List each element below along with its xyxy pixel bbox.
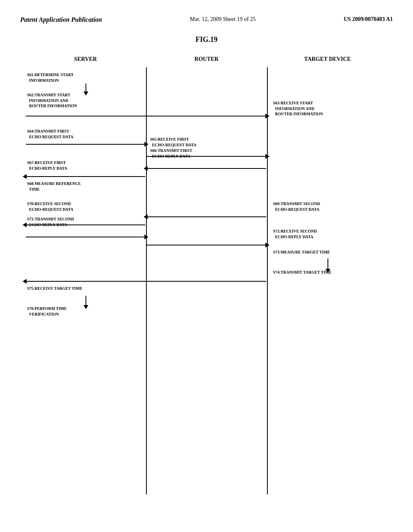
arrow-s71-head bbox=[144, 235, 148, 239]
step-s67: S67:RECEIVE FIRST ECHO-REPLY DATA bbox=[27, 160, 67, 171]
page: Patent Application Publication Mar. 12, … bbox=[0, 0, 413, 532]
varrow-s61-s62 bbox=[83, 91, 88, 96]
step-s61: S61:DETERMINE START INFORMATION bbox=[27, 72, 73, 83]
step-s66: S66:TRANSMIT FIRST ECHO-REPLY DATA bbox=[150, 148, 192, 159]
diagram: SERVER ROUTER TARGET DEVICE S61:DETERMIN… bbox=[25, 56, 388, 499]
arrow-s66 bbox=[147, 168, 266, 169]
arrow-s72 bbox=[147, 245, 266, 245]
step-s65: S65:RECEIVE FIRST ECHO-REQUEST DATA bbox=[150, 137, 196, 148]
col-router: ROUTER bbox=[146, 56, 267, 62]
arrow-s62-head bbox=[265, 114, 269, 118]
arrow-s64 bbox=[26, 144, 145, 145]
step-s70: S70:RECEIVE SECOND ECHO-REQUEST DATA bbox=[27, 201, 73, 212]
line-router-target bbox=[267, 67, 268, 495]
step-s69: S69:TRANSMIT SECOND ECHO-REQUEST DATA bbox=[273, 201, 320, 212]
arrow-s67 bbox=[26, 176, 145, 177]
arrow-s64-head bbox=[144, 142, 148, 147]
step-s75: S75:RECEIVE TARGET TIME bbox=[27, 286, 82, 291]
step-s74: S74:TRANSMIT TARGET TIME bbox=[273, 270, 332, 275]
arrow-s65-head bbox=[265, 154, 269, 159]
step-s76: S76:PERFORM TIME VERIFICATION bbox=[27, 306, 67, 317]
varrow-s75-s76 bbox=[83, 305, 88, 309]
arrow-s67-head bbox=[23, 174, 27, 179]
header: Patent Application Publication Mar. 12, … bbox=[20, 16, 393, 23]
arrow-s74 bbox=[26, 281, 266, 282]
col-server: SERVER bbox=[25, 56, 146, 62]
fig-title: FIG.19 bbox=[20, 35, 393, 44]
step-s62: S62:TRANSMIT START INFORMATION AND ROUTE… bbox=[27, 92, 77, 109]
arrow-s69-head bbox=[144, 214, 148, 219]
arrow-s62 bbox=[26, 116, 266, 116]
arrow-s66-head bbox=[144, 166, 148, 171]
step-s73: S73:MEASURE TARGET TIME bbox=[273, 249, 330, 255]
step-s64: S64:TRANSMIT FIRST ECHO-REQUEST DATA bbox=[27, 129, 73, 139]
arrow-s72-head bbox=[265, 243, 269, 247]
arrow-s74-head bbox=[23, 279, 27, 284]
vline-s75-s76 bbox=[86, 296, 86, 306]
step-s71: S71:TRANSMIT SECOND ECHO-REPLY DATA bbox=[27, 216, 74, 227]
varrow-s73-s74 bbox=[325, 269, 330, 273]
vline-s73-s74 bbox=[327, 258, 328, 270]
arrow-s70-head bbox=[23, 222, 27, 227]
col-target: TARGET DEVICE bbox=[267, 56, 388, 62]
step-s68: S68:MEASURE REFERENCE TIME bbox=[27, 181, 81, 192]
step-s63: S63:RECEIVE START INFORMATION AND ROUTER… bbox=[273, 100, 323, 117]
arrow-s71 bbox=[26, 237, 145, 237]
header-right: US 2009/0070483 A1 bbox=[344, 16, 393, 23]
vline-s61-s62 bbox=[86, 83, 86, 92]
arrow-s69 bbox=[147, 216, 266, 217]
header-center: Mar. 12, 2009 Sheet 19 of 25 bbox=[190, 16, 256, 23]
header-left: Patent Application Publication bbox=[20, 16, 102, 23]
step-s72: S72:RECEIVE SECOND ECHO-REPLY DATA bbox=[273, 229, 317, 239]
